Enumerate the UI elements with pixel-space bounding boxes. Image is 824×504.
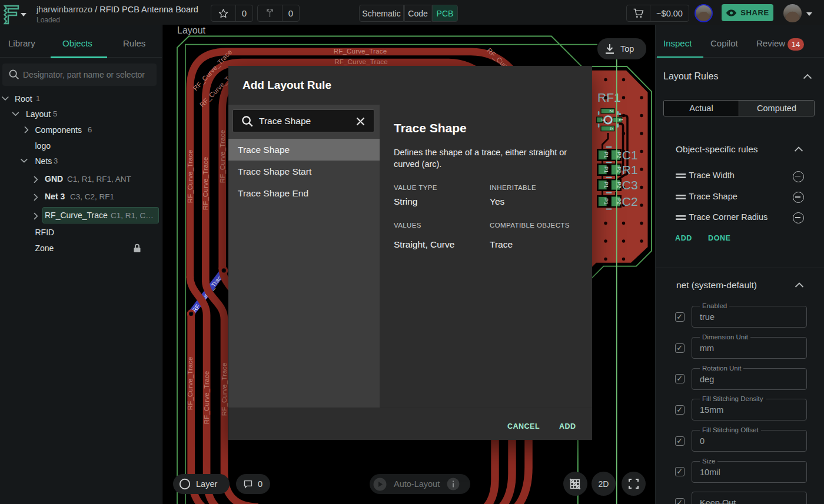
svg-text:P1: P1 [603, 198, 609, 205]
svg-text:RF_Curve_Trace: RF_Curve_Trace [202, 157, 209, 211]
svg-text:2: 2 [609, 109, 614, 112]
svg-text:P1: P1 [603, 152, 609, 158]
svg-text:RF1: RF1 [597, 91, 621, 104]
svg-text:P1: P1 [603, 182, 609, 188]
svg-text:C3: C3 [622, 178, 638, 192]
svg-text:4: 4 [609, 127, 614, 130]
svg-text:RF_Curve_Trace: RF_Curve_Trace [221, 363, 228, 416]
svg-text:P1: P1 [603, 166, 609, 173]
svg-text:C2: C2 [622, 195, 638, 208]
svg-text:RF_Curve_Trace: RF_Curve_Trace [334, 58, 388, 65]
svg-text:RF_Curve_Trace: RF_Curve_Trace [203, 371, 210, 425]
svg-text:3: 3 [600, 118, 606, 121]
svg-text:RF_Curve_Trace: RF_Curve_Trace [219, 130, 226, 183]
svg-text:R1: R1 [622, 163, 638, 176]
svg-text:RF_Curve_Trace: RF_Curve_Trace [187, 357, 194, 410]
svg-text:RF_Curve_Trace: RF_Curve_Trace [187, 150, 194, 203]
svg-text:1: 1 [618, 118, 624, 121]
svg-text:RF_Curve_Trace: RF_Curve_Trace [334, 48, 387, 55]
svg-text:C1: C1 [622, 148, 638, 162]
